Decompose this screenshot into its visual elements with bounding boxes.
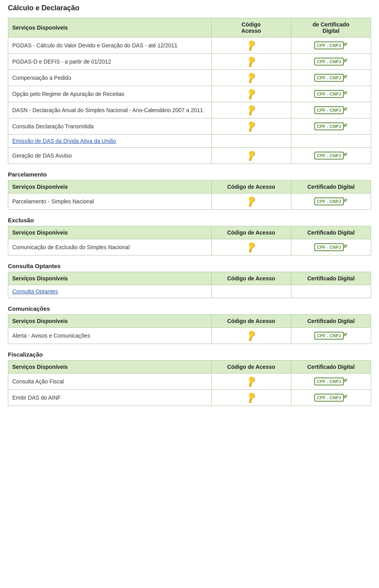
key-icon: 🔑 [244,391,258,404]
key-icon: 🔑 [244,87,258,100]
table-row: Compensação a Pedido 🔑 CPF - CNPJ [8,70,371,86]
consulta-optantes-table: Serviços Disponíveis Código de Acesso Ce… [8,272,371,298]
table-row: Geração de DAS Avulso 🔑 CPF - CNPJ [8,148,371,164]
service-name: DASN - Declaração Anual do Simples Nacio… [8,102,212,118]
header-cert: Certificado Digital [291,315,371,328]
header-cert: Certificado Digital [291,361,371,374]
section-title-exclusao: Exclusão [8,217,371,224]
service-name: Compensação a Pedido [8,70,212,86]
parcelamento-header-row: Serviços Disponíveis Código de Acesso Ce… [8,180,371,193]
header-service: Serviços Disponíveis [8,180,212,193]
cert-cell [291,135,371,148]
header-code: Código de Acesso [211,180,291,193]
service-name: Comunicação de Exclusão do Simples Nacio… [8,239,212,255]
code-cell: 🔑 [211,118,291,135]
code-cell: 🔑 [211,239,291,255]
header-cert: Certificado Digital [291,180,371,193]
cert-cell: CPF - CNPJ [291,38,371,54]
table-row: PGDAS - Cálculo do Valor Devido e Geraçã… [8,38,371,54]
section-title-comunicacoes: Comunicações [8,305,371,312]
key-icon: 🔑 [244,55,258,68]
code-cell: 🔑 [211,38,291,54]
code-cell: 🔑 [211,102,291,118]
exclusao-table: Serviços Disponíveis Código de Acesso Ce… [8,226,371,255]
cert-cell: CPF - CNPJ [291,148,371,164]
cpf-cnpj-badge: CPF - CNPJ [314,197,344,205]
section-title-consulta-optantes: Consulta Optantes [8,263,371,269]
table-row: Emissão de DAS da Dívida Ativa da União [8,135,371,148]
cpf-cnpj-badge: CPF - CNPJ [314,74,344,82]
comunicacoes-header-row: Serviços Disponíveis Código de Acesso Ce… [8,315,371,328]
table-row: Consulta Declaração Transmitida 🔑 CPF - … [8,118,371,135]
code-cell: 🔑 [211,86,291,102]
cert-cell: CPF - CNPJ [291,86,371,102]
section-comunicacoes: Comunicações Serviços Disponíveis Código… [8,305,371,344]
consulta-optantes-link[interactable]: Consulta Optantes [12,288,58,295]
cpf-cnpj-badge: CPF - CNPJ [314,378,344,385]
key-icon: 🔑 [244,39,258,52]
fiscalizacao-header-row: Serviços Disponíveis Código de Acesso Ce… [8,361,371,374]
service-name: Consulta Optantes [8,285,212,298]
cpf-cnpj-badge: CPF - CNPJ [314,90,344,98]
cpf-cnpj-badge: CPF - CNPJ [314,394,344,402]
cert-cell: CPF - CNPJ [291,118,371,135]
service-name: Alerta - Avisos e Comunicações [8,328,212,344]
table-row: Parcelamento - Simples Nacional 🔑 CPF - … [8,193,371,210]
key-icon: 🔑 [244,195,258,208]
table-row: Comunicação de Exclusão do Simples Nacio… [8,239,371,255]
key-icon: 🔑 [244,375,258,388]
cert-cell: CPF - CNPJ [291,193,371,210]
section-title-fiscalizacao: Fiscalização [8,351,371,358]
code-cell: 🔑 [211,328,291,344]
table-row: PGDAS-D e DEFIS - a partir de 01/2012 🔑 … [8,54,371,70]
section-calculo-declaracao: Serviços Disponíveis CódigoAcesso de Cer… [8,18,371,164]
exclusao-header-row: Serviços Disponíveis Código de Acesso Ce… [8,226,371,239]
cpf-cnpj-badge: CPF - CNPJ [314,152,344,160]
comunicacoes-table: Serviços Disponíveis Código de Acesso Ce… [8,314,371,344]
cert-cell: CPF - CNPJ [291,54,371,70]
service-name: Emissão de DAS da Dívida Ativa da União [8,135,212,148]
consulta-optantes-header-row: Serviços Disponíveis Código de Acesso Ce… [8,272,371,285]
header-code: Código de Acesso [211,272,291,285]
key-icon: 🔑 [244,149,258,162]
header-code: Código de Acesso [211,226,291,239]
key-icon: 🔑 [244,240,258,254]
section-exclusao: Exclusão Serviços Disponíveis Código de … [8,217,371,255]
table-row: DASN - Declaração Anual do Simples Nacio… [8,102,371,118]
code-cell: 🔑 [211,54,291,70]
header-cert: de CertificadoDigital [291,18,371,38]
cert-cell: CPF - CNPJ [291,374,371,390]
table-row: Consulta Optantes [8,285,371,298]
section-fiscalizacao: Fiscalização Serviços Disponíveis Código… [8,351,371,406]
service-name: Emitir DAS do AINF [8,390,212,406]
cert-cell: CPF - CNPJ [291,390,371,406]
table-row: Opção pelo Regime de Apuração de Receita… [8,86,371,102]
section-title-parcelamento: Parcelamento [8,171,371,178]
service-name: Opção pelo Regime de Apuração de Receita… [8,86,212,102]
page-container: Cálculo e Declaração Serviços Disponívei… [0,0,379,419]
code-cell: 🔑 [211,390,291,406]
header-cert: Certificado Digital [291,272,371,285]
code-cell: 🔑 [211,70,291,86]
section-parcelamento: Parcelamento Serviços Disponíveis Código… [8,171,371,210]
emissao-das-link[interactable]: Emissão de DAS da Dívida Ativa da União [12,138,116,144]
cert-cell: CPF - CNPJ [291,239,371,255]
code-cell: 🔑 [211,193,291,210]
header-service: Serviços Disponíveis [8,272,212,285]
key-icon: 🔑 [244,329,258,342]
table-row: Alerta - Avisos e Comunicações 🔑 CPF - C… [8,328,371,344]
cpf-cnpj-badge: CPF - CNPJ [314,122,344,130]
code-cell: 🔑 [211,374,291,390]
service-name: Consulta Ação Fiscal [8,374,212,390]
key-icon: 🔑 [244,120,258,133]
header-cert: Certificado Digital [291,226,371,239]
header-code: Código de Acesso [211,315,291,328]
header-code: CódigoAcesso [211,18,291,38]
cert-cell [291,285,371,298]
calculo-header-row: Serviços Disponíveis CódigoAcesso de Cer… [8,18,371,38]
service-name: PGDAS-D e DEFIS - a partir de 01/2012 [8,54,212,70]
table-row: Consulta Ação Fiscal 🔑 CPF - CNPJ [8,374,371,390]
service-name: PGDAS - Cálculo do Valor Devido e Geraçã… [8,38,212,54]
service-name: Geração de DAS Avulso [8,148,212,164]
cert-cell: CPF - CNPJ [291,328,371,344]
